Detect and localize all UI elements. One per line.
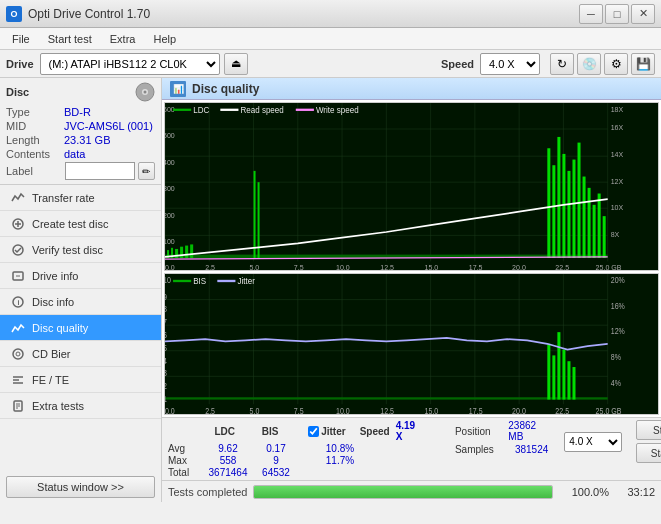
create-test-icon: [10, 216, 26, 232]
speed-select[interactable]: 4.0 X 8.0 X: [480, 53, 540, 75]
refresh-button[interactable]: ↻: [550, 53, 574, 75]
avg-bis: 0.17: [256, 443, 296, 454]
sidebar-item-disc-info[interactable]: i Disc info: [0, 289, 161, 315]
type-value: BD-R: [64, 106, 91, 118]
svg-rect-137: [217, 280, 235, 282]
svg-rect-44: [547, 148, 550, 258]
eject-button[interactable]: ⏏: [224, 53, 248, 75]
svg-text:300: 300: [165, 184, 175, 194]
cd-bier-icon: [10, 346, 26, 362]
transfer-rate-icon: [10, 190, 26, 206]
charts-area: 18X 16X 14X 12X 10X 8X 600 500 400 300 2…: [162, 100, 661, 417]
menu-extra[interactable]: Extra: [102, 31, 144, 47]
svg-text:200: 200: [165, 211, 175, 221]
main-layout: Disc Type BD-R MID JVC-AMS6L (001) Lengt…: [0, 78, 661, 502]
svg-rect-41: [180, 247, 183, 258]
svg-text:14X: 14X: [611, 150, 624, 160]
svg-text:8%: 8%: [611, 353, 621, 363]
speed-select-stats[interactable]: 4.0 X: [564, 432, 622, 452]
action-buttons: Start full Start part: [636, 420, 661, 463]
titlebar-title: Opti Drive Control 1.70: [28, 7, 150, 21]
svg-text:Read speed: Read speed: [240, 105, 284, 116]
sidebar: Disc Type BD-R MID JVC-AMS6L (001) Lengt…: [0, 78, 162, 502]
total-ldc: 3671464: [202, 467, 254, 478]
svg-text:0.0: 0.0: [165, 263, 175, 270]
svg-text:10.0: 10.0: [336, 263, 350, 270]
status-window-button[interactable]: Status window >>: [6, 476, 155, 498]
maximize-button[interactable]: □: [605, 4, 629, 24]
disc-quality-title: Disc quality: [192, 82, 259, 96]
svg-rect-102: [165, 398, 608, 400]
disc-button[interactable]: 💿: [577, 53, 601, 75]
start-part-button[interactable]: Start part: [636, 443, 661, 463]
svg-rect-56: [254, 171, 256, 258]
mid-label: MID: [6, 120, 64, 132]
start-full-button[interactable]: Start full: [636, 420, 661, 440]
position-value: 23862 MB: [508, 420, 548, 442]
toolbar-icons: ↻ 💿 ⚙ 💾: [550, 53, 655, 75]
close-button[interactable]: ✕: [631, 4, 655, 24]
svg-rect-42: [185, 246, 188, 258]
save-button[interactable]: 💾: [631, 53, 655, 75]
progress-time: 33:12: [615, 486, 655, 498]
sidebar-label-extra-tests: Extra tests: [32, 400, 84, 412]
contents-value: data: [64, 148, 85, 160]
bis-header: BIS: [251, 426, 289, 437]
svg-rect-87: [165, 274, 658, 414]
svg-text:Jitter: Jitter: [237, 276, 255, 287]
svg-text:3: 3: [165, 369, 167, 379]
svg-text:5.0: 5.0: [250, 263, 260, 270]
svg-rect-135: [173, 280, 191, 282]
titlebar-controls: ─ □ ✕: [579, 4, 655, 24]
sidebar-item-fe-te[interactable]: FE / TE: [0, 367, 161, 393]
svg-text:16X: 16X: [611, 123, 624, 133]
settings-button[interactable]: ⚙: [604, 53, 628, 75]
fe-te-icon: [10, 372, 26, 388]
svg-rect-54: [598, 194, 601, 258]
jitter-header: Jitter: [321, 426, 345, 437]
drive-select[interactable]: (M:) ATAPI iHBS112 2 CL0K: [40, 53, 220, 75]
progress-percent: 100.0%: [559, 486, 609, 498]
svg-text:15.0: 15.0: [425, 263, 439, 270]
svg-text:10X: 10X: [611, 203, 624, 213]
svg-text:18X: 18X: [611, 105, 624, 115]
disc-info-panel: Disc Type BD-R MID JVC-AMS6L (001) Lengt…: [0, 78, 161, 185]
max-ldc: 558: [202, 455, 254, 466]
svg-rect-103: [547, 344, 550, 400]
label-label: Label: [6, 165, 62, 177]
jitter-checkbox[interactable]: [308, 426, 319, 437]
avg-ldc: 9.62: [202, 443, 254, 454]
svg-text:0.0: 0.0: [165, 407, 175, 414]
length-label: Length: [6, 134, 64, 146]
menu-help[interactable]: Help: [145, 31, 184, 47]
minimize-button[interactable]: ─: [579, 4, 603, 24]
sidebar-item-drive-info[interactable]: Drive info: [0, 263, 161, 289]
svg-rect-85: [296, 109, 314, 111]
max-label: Max: [168, 455, 200, 466]
svg-rect-46: [557, 137, 560, 258]
menu-start-test[interactable]: Start test: [40, 31, 100, 47]
svg-point-12: [16, 352, 20, 356]
progress-bar-container: Tests completed 100.0% 33:12: [162, 480, 661, 502]
sidebar-item-create-test-disc[interactable]: Create test disc: [0, 211, 161, 237]
titlebar: O Opti Drive Control 1.70 ─ □ ✕: [0, 0, 661, 28]
sidebar-item-verify-test-disc[interactable]: Verify test disc: [0, 237, 161, 263]
label-edit-button[interactable]: ✏: [138, 162, 155, 180]
avg-label: Avg: [168, 443, 200, 454]
svg-text:25.0 GB: 25.0 GB: [596, 263, 622, 270]
menu-file[interactable]: File: [4, 31, 38, 47]
sidebar-item-cd-bier[interactable]: CD Bier: [0, 341, 161, 367]
sidebar-item-disc-quality[interactable]: Disc quality: [0, 315, 161, 341]
label-input[interactable]: [65, 162, 135, 180]
mid-row: MID JVC-AMS6L (001): [6, 120, 155, 132]
svg-text:400: 400: [165, 158, 175, 168]
drive-info-icon: [10, 268, 26, 284]
sidebar-item-extra-tests[interactable]: Extra tests: [0, 393, 161, 419]
sidebar-item-transfer-rate[interactable]: Transfer rate: [0, 185, 161, 211]
sidebar-label-disc-info: Disc info: [32, 296, 74, 308]
svg-rect-53: [593, 205, 596, 258]
toolbar: Drive (M:) ATAPI iHBS112 2 CL0K ⏏ Speed …: [0, 50, 661, 78]
speed-label: Speed: [441, 58, 474, 70]
titlebar-left: O Opti Drive Control 1.70: [6, 6, 150, 22]
label-row: Label ✏: [6, 162, 155, 180]
